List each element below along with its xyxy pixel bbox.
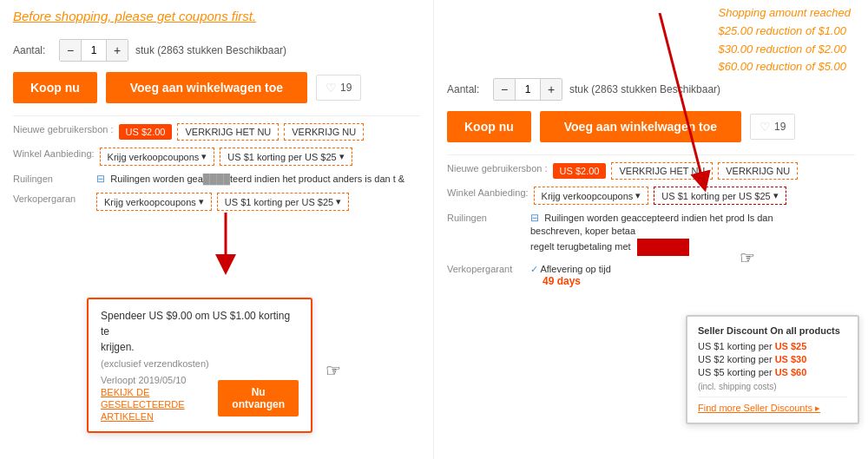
ruilingen-row-left: Ruilingen ⊟ Ruilingen worden gea████teer… bbox=[13, 173, 420, 186]
verkoper-label-right: Verkopergarant bbox=[447, 263, 525, 276]
popup-left: Spendeer US $9.00 om US $1.00 korting te… bbox=[87, 298, 312, 433]
heart-icon-left: ♡ bbox=[326, 81, 337, 95]
get-coupons2-left[interactable]: Krijg verkoopcoupons ▾ bbox=[96, 193, 212, 211]
right-panel: Shopping amount reached $25.00 reduction… bbox=[434, 0, 868, 459]
ontvangen-button-left[interactable]: Nu ontvangen bbox=[218, 380, 299, 416]
wishlist-count-right: 19 bbox=[774, 121, 786, 133]
ruilingen-text-right: Ruilingen worden geaccepteerd indien het… bbox=[544, 213, 745, 223]
delivery-icon-right: ✓ bbox=[530, 264, 540, 274]
qty-value-right: 1 bbox=[515, 79, 541, 100]
popup-note-right: (incl. shipping costs) bbox=[698, 382, 847, 391]
nieuwe-label-right: Nieuwe gebruikersbon : bbox=[447, 162, 548, 175]
popup-link-right[interactable]: Find more Seller Discounts ▸ bbox=[698, 397, 847, 414]
svg-line-1 bbox=[660, 13, 703, 182]
coupon-badge-right: US $2.00 bbox=[553, 163, 607, 179]
qty-minus-left[interactable]: − bbox=[60, 40, 81, 61]
main-container: Before shopping, please get coupons firs… bbox=[0, 0, 868, 459]
ruilingen-text2-left: t & bbox=[393, 174, 404, 184]
popup-link-left[interactable]: BEKIJK DE GESELECTEERDE ARTIKELEN bbox=[101, 387, 185, 422]
ruilingen-text-left: Ruilingen worden gea████teerd indien het… bbox=[110, 174, 392, 184]
winkel-label-right: Winkel Aanbieding: bbox=[447, 187, 529, 200]
popup-item3-right: US $5 korting per US $60 bbox=[698, 367, 847, 377]
wishlist-count-left: 19 bbox=[340, 82, 352, 94]
qty-control-left: − 1 + bbox=[59, 39, 128, 62]
popup-text2-left: (exclusief verzendkosten) bbox=[101, 358, 299, 369]
delivery-text-right: Aflevering op tijd bbox=[540, 264, 610, 274]
popup-exp-link-left: Verloopt 2019/05/10 BEKIJK DE GESELECTEE… bbox=[101, 374, 218, 423]
ruilingen-icon-right: ⊟ bbox=[530, 212, 539, 224]
qty-plus-right[interactable]: + bbox=[541, 79, 562, 100]
verkoper-label-left: Verkopergaran bbox=[13, 193, 91, 206]
winkel-row-left: Winkel Aanbieding: Krijg verkoopcoupons … bbox=[13, 148, 420, 166]
popup-bottom-left: Verloopt 2019/05/10 BEKIJK DE GESELECTEE… bbox=[101, 374, 299, 423]
koop-button-left[interactable]: Koop nu bbox=[13, 72, 97, 103]
ruilingen-text3-right: regelt terugbetaling met bbox=[530, 241, 631, 252]
arrow-left bbox=[200, 208, 252, 278]
verkoper-content-right: ✓ Aflevering op tijd 49 days bbox=[530, 263, 611, 287]
ruilingen-icon-left: ⊟ bbox=[96, 173, 105, 185]
coupon-btn2-left[interactable]: VERKRIJG NU bbox=[284, 123, 364, 141]
popup-item1-right: US $1 korting per US $25 bbox=[698, 341, 847, 351]
get-coupons-right[interactable]: Krijg verkoopcoupons ▾ bbox=[534, 187, 649, 205]
ruilingen-content-left: ⊟ Ruilingen worden gea████teerd indien h… bbox=[96, 173, 404, 186]
left-panel: Before shopping, please get coupons firs… bbox=[0, 0, 434, 459]
heart-icon-right: ♡ bbox=[760, 120, 771, 134]
annotation-shopping: Shopping amount reached $25.00 reduction… bbox=[718, 4, 851, 76]
buttons-row-left: Koop nu Voeg aan winkelwagen toe ♡ 19 bbox=[13, 72, 420, 103]
winkel-label-left: Winkel Aanbieding: bbox=[13, 148, 95, 161]
koop-button-right[interactable]: Koop nu bbox=[447, 111, 531, 142]
get-coupons-left[interactable]: Krijg verkoopcoupons ▾ bbox=[100, 148, 215, 166]
nieuwe-row-left: Nieuwe gebruikersbon : US $2.00 VERKRIJG… bbox=[13, 123, 420, 141]
arrow-right bbox=[651, 9, 720, 200]
aantal-label-left: Aantal: bbox=[13, 44, 52, 56]
coupon-btn1-left[interactable]: VERKRIJG HET NU bbox=[177, 123, 279, 141]
aantal-label-right: Aantal: bbox=[447, 83, 486, 95]
winkel-controls-left: Krijg verkoopcoupons ▾ US $1 korting per… bbox=[100, 148, 352, 166]
cursor-hand-left: ☞ bbox=[326, 360, 341, 381]
qty-control-right: − 1 + bbox=[493, 78, 562, 101]
aantal-row-left: Aantal: − 1 + stuk (2863 stukken Beschik… bbox=[13, 39, 420, 62]
qty-minus-right[interactable]: − bbox=[494, 79, 515, 100]
wishlist-button-right[interactable]: ♡ 19 bbox=[750, 114, 795, 140]
ruilingen-row-right: Ruilingen ⊟ Ruilingen worden geaccepteer… bbox=[447, 212, 855, 256]
discount-btn-left[interactable]: US $1 korting per US $25 ▾ bbox=[220, 148, 352, 166]
verkoper-row-right: Verkopergarant ✓ Aflevering op tijd 49 d… bbox=[447, 263, 855, 287]
nieuwe-label-left: Nieuwe gebruikersbon : bbox=[13, 123, 114, 136]
popup-right-title: Seller Discount On all products bbox=[698, 325, 847, 336]
popup-text1-left: Spendeer US $9.00 om US $1.00 korting te… bbox=[101, 308, 299, 355]
popup-item2-right: US $2 korting per US $30 bbox=[698, 354, 847, 364]
annotation-before: Before shopping, please get coupons firs… bbox=[13, 9, 420, 23]
ruilingen-popup-indicator bbox=[637, 239, 689, 256]
coupon-section-left: US $2.00 VERKRIJG HET NU VERKRIJG NU bbox=[119, 123, 365, 141]
voeg-button-left[interactable]: Voeg aan winkelwagen toe bbox=[106, 72, 307, 103]
qty-value-left: 1 bbox=[81, 40, 107, 61]
coupon-btn2-right[interactable]: VERKRIJG NU bbox=[718, 162, 798, 180]
popup-right: Seller Discount On all products US $1 ko… bbox=[686, 315, 859, 424]
coupon-badge-left: US $2.00 bbox=[119, 124, 173, 140]
ruilingen-label-left: Ruilingen bbox=[13, 173, 91, 186]
days-text-right: 49 days bbox=[542, 275, 581, 287]
qty-plus-left[interactable]: + bbox=[107, 40, 128, 61]
stock-text-left: stuk (2863 stukken Beschikbaar) bbox=[135, 44, 286, 56]
wishlist-button-left[interactable]: ♡ 19 bbox=[316, 75, 361, 101]
ruilingen-label-right: Ruilingen bbox=[447, 212, 525, 225]
cursor-hand-right: ☞ bbox=[740, 247, 755, 268]
